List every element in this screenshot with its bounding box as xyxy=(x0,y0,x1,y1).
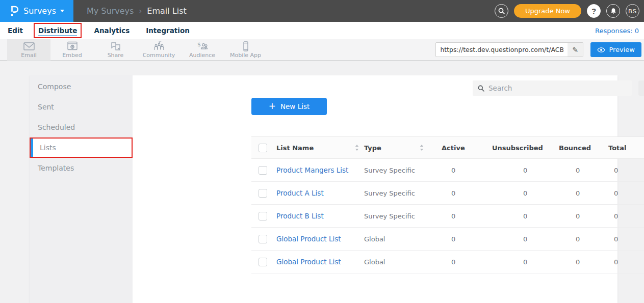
plus-icon: + xyxy=(269,101,276,111)
active-count: 0 xyxy=(442,189,455,197)
community-icon xyxy=(153,41,165,51)
sidebar-item-label: Lists xyxy=(40,144,56,152)
list-name-link[interactable]: Product Mangers List xyxy=(276,166,348,174)
table-header-row: List Name Type Active Unsubscribed Bounc… xyxy=(251,136,644,159)
survey-nav-bar: Edit Distribute Analytics Integration Re… xyxy=(0,22,644,39)
active-count: 0 xyxy=(442,167,455,174)
list-type: Survey Specific xyxy=(364,167,415,174)
email-lists-card: Compose Sent Scheduled Lists Templates A… xyxy=(30,75,617,303)
survey-url-input[interactable] xyxy=(436,43,568,57)
list-type: Global xyxy=(364,258,385,266)
search-button[interactable] xyxy=(495,4,508,18)
channel-mobile-app[interactable]: Mobile App xyxy=(224,39,267,61)
bounced-count: 0 xyxy=(559,212,580,220)
sidebar-item-sent[interactable]: Sent xyxy=(30,97,133,117)
questionpro-logo-icon xyxy=(9,5,19,17)
embed-icon xyxy=(66,41,79,51)
sort-icon[interactable] xyxy=(355,145,359,151)
annotation-box-distribute: Distribute xyxy=(34,23,82,38)
lists-content: All + New List List Name Type xyxy=(133,75,617,303)
row-checkbox[interactable] xyxy=(259,235,267,243)
bounced-count: 0 xyxy=(559,258,580,266)
unsubscribed-count: 0 xyxy=(492,258,527,266)
search-icon xyxy=(478,85,484,92)
breadcrumb: My Surveys › Email List xyxy=(87,6,187,16)
active-count: 0 xyxy=(442,212,455,220)
help-button[interactable]: ? xyxy=(587,4,601,18)
svg-text:$: $ xyxy=(197,41,201,48)
product-switcher-label: Surveys xyxy=(23,6,56,16)
question-mark-icon: ? xyxy=(591,7,596,15)
responses-count[interactable]: Responses: 0 xyxy=(595,27,639,35)
new-list-button[interactable]: + New List xyxy=(251,98,327,115)
table-row: Product Mangers List Survey Specific 0 0… xyxy=(251,159,644,182)
active-count: 0 xyxy=(442,235,455,243)
search-input[interactable] xyxy=(488,84,627,92)
list-name-link[interactable]: Product A List xyxy=(276,189,324,197)
tab-distribute[interactable]: Distribute xyxy=(38,26,78,36)
user-avatar[interactable]: BS xyxy=(626,4,639,18)
total-count: 0 xyxy=(608,189,618,197)
email-lists-table: List Name Type Active Unsubscribed Bounc… xyxy=(251,136,644,273)
bounced-count: 0 xyxy=(559,167,580,174)
row-checkbox[interactable] xyxy=(259,189,267,198)
edit-url-button[interactable]: ✎ xyxy=(568,43,583,57)
unsubscribed-count: 0 xyxy=(492,235,527,243)
sidebar-item-scheduled[interactable]: Scheduled xyxy=(30,117,133,137)
list-name-link[interactable]: Global Product List xyxy=(276,258,341,266)
row-checkbox[interactable] xyxy=(259,258,267,266)
column-header-active: Active xyxy=(442,144,465,152)
list-name-link[interactable]: Product B List xyxy=(276,212,324,220)
bell-icon xyxy=(610,8,617,15)
channel-email[interactable]: Email xyxy=(7,39,50,61)
tab-analytics[interactable]: Analytics xyxy=(94,26,130,35)
header-actions: Upgrade Now ? BS xyxy=(495,4,639,18)
column-header-type[interactable]: Type xyxy=(364,144,381,152)
sidebar-item-lists[interactable]: Lists xyxy=(30,137,133,158)
channel-share[interactable]: Share xyxy=(94,39,137,61)
list-type-filter-dropdown[interactable]: All xyxy=(638,80,644,96)
channel-label: Share xyxy=(108,52,124,59)
sidebar-item-templates[interactable]: Templates xyxy=(30,158,133,178)
unsubscribed-count: 0 xyxy=(492,212,527,220)
list-type: Survey Specific xyxy=(364,212,415,220)
search-icon xyxy=(498,8,505,14)
select-all-checkbox[interactable] xyxy=(259,144,267,152)
sort-icon[interactable] xyxy=(420,145,424,151)
sidebar-item-compose[interactable]: Compose xyxy=(30,76,133,97)
total-count: 0 xyxy=(608,235,618,243)
preview-button[interactable]: Preview xyxy=(590,42,641,57)
eye-icon xyxy=(597,47,605,52)
column-header-unsubscribed: Unsubscribed xyxy=(492,144,543,152)
breadcrumb-current: Email List xyxy=(147,6,186,16)
notifications-button[interactable] xyxy=(606,4,620,18)
bounced-count: 0 xyxy=(559,189,580,197)
channel-community[interactable]: Community xyxy=(137,39,181,61)
tab-edit[interactable]: Edit xyxy=(8,26,23,35)
total-count: 0 xyxy=(608,258,618,266)
row-checkbox[interactable] xyxy=(259,212,267,221)
table-row: Product A List Survey Specific 0 0 0 0 xyxy=(251,182,644,205)
breadcrumb-parent[interactable]: My Surveys xyxy=(87,6,134,16)
table-row: Global Product List Global 0 0 0 0 xyxy=(251,228,644,251)
list-type: Survey Specific xyxy=(364,189,415,197)
page-background: Compose Sent Scheduled Lists Templates A… xyxy=(0,61,644,303)
mobile-app-icon xyxy=(240,41,252,51)
preview-label: Preview xyxy=(609,46,635,53)
toolbar-right-group: ✎ Preview xyxy=(435,42,641,57)
channel-tabs: Email Embed Share Community $ Audience xyxy=(7,39,267,61)
upgrade-now-button[interactable]: Upgrade Now xyxy=(514,4,581,18)
channel-audience[interactable]: $ Audience xyxy=(181,39,224,61)
distribute-toolbar: Email Embed Share Community $ Audience xyxy=(0,39,644,61)
list-name-link[interactable]: Global Product List xyxy=(276,235,341,243)
total-count: 0 xyxy=(608,167,618,174)
row-checkbox[interactable] xyxy=(259,166,267,175)
column-header-list-name[interactable]: List Name xyxy=(276,144,314,152)
list-search-box xyxy=(473,80,632,96)
product-switcher[interactable]: Surveys xyxy=(0,0,73,22)
channel-embed[interactable]: Embed xyxy=(50,39,94,61)
unsubscribed-count: 0 xyxy=(492,189,527,197)
channel-label: Audience xyxy=(189,52,215,59)
channel-label: Email xyxy=(21,52,37,59)
tab-integration[interactable]: Integration xyxy=(146,26,190,35)
